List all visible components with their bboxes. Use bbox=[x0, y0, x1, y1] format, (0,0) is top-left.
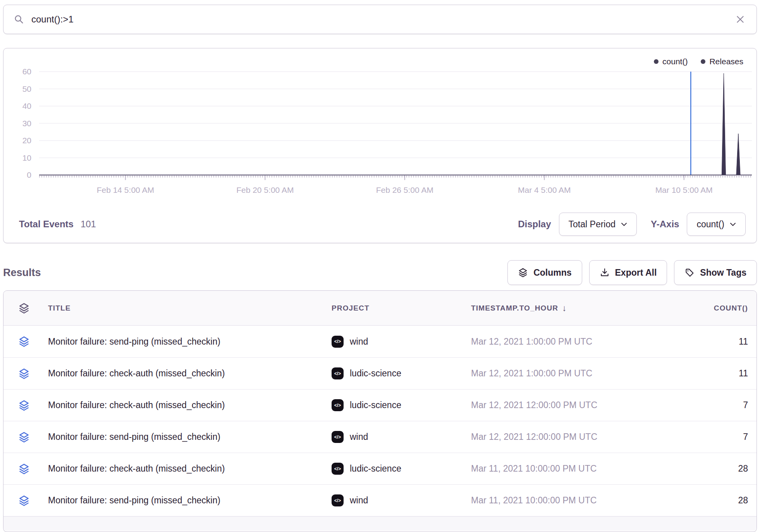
table-header-icon-cell bbox=[3, 302, 48, 314]
count-cell: 11 bbox=[645, 368, 757, 379]
event-title-link[interactable]: Monitor failure: send-ping (missed_check… bbox=[48, 336, 332, 347]
table-header-row: Title Project Timestamp.to_hour ↓ Count(… bbox=[3, 291, 757, 326]
project-name: wind bbox=[350, 336, 368, 347]
project-platform-icon: </> bbox=[332, 463, 344, 475]
table-row[interactable]: Monitor failure: check-auth (missed_chec… bbox=[3, 389, 757, 421]
layers-icon bbox=[18, 400, 30, 411]
column-header-project[interactable]: Project bbox=[332, 304, 471, 312]
results-title: Results bbox=[3, 267, 41, 279]
layers-icon bbox=[18, 302, 30, 314]
project-name: wind bbox=[350, 432, 368, 442]
svg-text:60: 60 bbox=[22, 67, 31, 76]
project-name: ludic-science bbox=[350, 400, 401, 410]
svg-text:40: 40 bbox=[22, 101, 31, 110]
layers-icon bbox=[518, 268, 528, 278]
project-cell: </> wind bbox=[332, 431, 471, 443]
event-title-link[interactable]: Monitor failure: check-auth (missed_chec… bbox=[48, 463, 332, 474]
close-icon bbox=[735, 14, 745, 24]
event-title-link[interactable]: Monitor failure: send-ping (missed_check… bbox=[48, 432, 332, 442]
search-icon bbox=[14, 14, 24, 25]
chart-footer: Total Events 101 Display Total Period Y-… bbox=[3, 206, 757, 243]
table-row[interactable]: Monitor failure: check-auth (missed_chec… bbox=[3, 453, 757, 484]
search-bar bbox=[3, 5, 757, 34]
timestamp-cell: Mar 12, 2021 12:00:00 PM UTC bbox=[471, 432, 645, 442]
svg-text:Feb 26 5:00 AM: Feb 26 5:00 AM bbox=[376, 185, 433, 194]
project-platform-icon: </> bbox=[332, 494, 344, 506]
table-row[interactable]: Monitor failure: send-ping (missed_check… bbox=[3, 421, 757, 453]
column-header-count[interactable]: Count() bbox=[645, 304, 757, 312]
project-name: wind bbox=[350, 495, 368, 506]
table-footer bbox=[3, 516, 757, 531]
yaxis-dropdown[interactable]: count() bbox=[687, 213, 746, 236]
count-cell: 7 bbox=[645, 400, 757, 410]
row-icon-cell bbox=[3, 495, 48, 506]
clear-search-button[interactable] bbox=[734, 13, 746, 26]
events-chart-panel: count() Releases 0102030405060Feb 14 5:0… bbox=[3, 48, 757, 243]
column-header-title[interactable]: Title bbox=[48, 304, 332, 312]
chevron-down-icon bbox=[621, 222, 627, 227]
tag-icon bbox=[684, 268, 695, 278]
results-actions: Columns Export All Show Tags bbox=[507, 260, 757, 285]
timestamp-cell: Mar 11, 2021 10:00:00 PM UTC bbox=[471, 495, 645, 506]
timestamp-cell: Mar 12, 2021 1:00:00 PM UTC bbox=[471, 368, 645, 379]
svg-text:0: 0 bbox=[27, 170, 31, 179]
project-name: ludic-science bbox=[350, 463, 401, 474]
project-cell: </> wind bbox=[332, 336, 471, 348]
event-title-link[interactable]: Monitor failure: check-auth (missed_chec… bbox=[48, 400, 332, 410]
discover-page: count() Releases 0102030405060Feb 14 5:0… bbox=[0, 0, 760, 532]
layers-icon bbox=[18, 368, 30, 379]
export-all-button[interactable]: Export All bbox=[589, 260, 667, 285]
count-cell: 11 bbox=[645, 336, 757, 347]
svg-text:20: 20 bbox=[22, 136, 31, 145]
column-header-timestamp[interactable]: Timestamp.to_hour ↓ bbox=[471, 303, 645, 313]
svg-text:Mar 4 5:00 AM: Mar 4 5:00 AM bbox=[518, 185, 571, 194]
export-all-button-label: Export All bbox=[615, 268, 657, 278]
table-body: Monitor failure: send-ping (missed_check… bbox=[3, 326, 757, 516]
search-input[interactable] bbox=[31, 14, 734, 25]
timestamp-cell: Mar 11, 2021 10:00:00 PM UTC bbox=[471, 463, 645, 474]
project-platform-icon: </> bbox=[332, 336, 344, 348]
svg-text:Feb 20 5:00 AM: Feb 20 5:00 AM bbox=[236, 185, 294, 194]
row-icon-cell bbox=[3, 431, 48, 443]
display-dropdown[interactable]: Total Period bbox=[559, 213, 637, 236]
project-cell: </> ludic-science bbox=[332, 463, 471, 475]
total-events: Total Events 101 bbox=[19, 219, 96, 230]
columns-button[interactable]: Columns bbox=[507, 260, 582, 285]
count-cell: 28 bbox=[645, 495, 757, 506]
project-platform-icon: </> bbox=[332, 367, 344, 379]
results-table: Title Project Timestamp.to_hour ↓ Count(… bbox=[3, 290, 757, 532]
show-tags-button-label: Show Tags bbox=[700, 268, 746, 278]
columns-button-label: Columns bbox=[533, 268, 571, 278]
svg-text:50: 50 bbox=[22, 84, 31, 93]
count-cell: 28 bbox=[645, 463, 757, 474]
timestamp-cell: Mar 12, 2021 1:00:00 PM UTC bbox=[471, 336, 645, 347]
project-platform-icon: </> bbox=[332, 431, 344, 443]
table-row[interactable]: Monitor failure: send-ping (missed_check… bbox=[3, 326, 757, 357]
svg-text:10: 10 bbox=[22, 153, 31, 162]
total-events-label: Total Events bbox=[19, 219, 74, 230]
project-cell: </> ludic-science bbox=[332, 367, 471, 379]
results-header-row: Results Columns Export All bbox=[3, 260, 757, 285]
total-events-value: 101 bbox=[81, 219, 96, 230]
layers-icon bbox=[18, 463, 30, 475]
chart-controls: Display Total Period Y-Axis count() bbox=[518, 213, 746, 236]
layers-icon bbox=[18, 431, 30, 443]
event-title-link[interactable]: Monitor failure: send-ping (missed_check… bbox=[48, 495, 332, 506]
project-platform-icon: </> bbox=[332, 399, 344, 411]
svg-text:30: 30 bbox=[22, 119, 31, 128]
yaxis-label: Y-Axis bbox=[651, 219, 679, 230]
table-row[interactable]: Monitor failure: check-auth (missed_chec… bbox=[3, 357, 757, 389]
table-row[interactable]: Monitor failure: send-ping (missed_check… bbox=[3, 484, 757, 516]
svg-text:Mar 10 5:00 AM: Mar 10 5:00 AM bbox=[655, 185, 713, 194]
show-tags-button[interactable]: Show Tags bbox=[674, 260, 757, 285]
row-icon-cell bbox=[3, 463, 48, 475]
row-icon-cell bbox=[3, 368, 48, 379]
yaxis-dropdown-value: count() bbox=[696, 219, 724, 230]
chart-canvas[interactable]: 0102030405060Feb 14 5:00 AMFeb 20 5:00 A… bbox=[3, 62, 757, 217]
event-title-link[interactable]: Monitor failure: check-auth (missed_chec… bbox=[48, 368, 332, 379]
project-cell: </> ludic-science bbox=[332, 399, 471, 411]
layers-icon bbox=[18, 336, 30, 347]
sort-descending-icon: ↓ bbox=[562, 303, 567, 313]
layers-icon bbox=[18, 495, 30, 506]
download-icon bbox=[600, 268, 610, 278]
